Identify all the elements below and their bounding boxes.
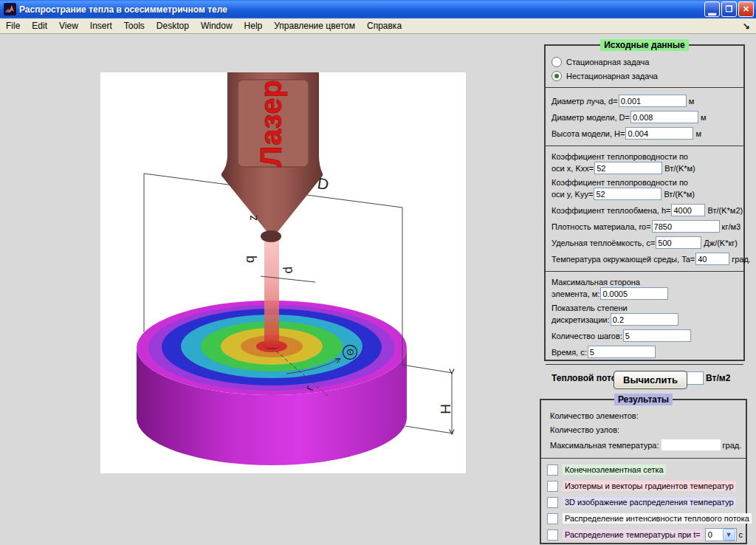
discretization-input[interactable] <box>611 313 678 326</box>
scene-axes: Лазер D z q d r H Θ <box>100 72 466 473</box>
model-diameter-label: Диаметр модели, D= <box>551 113 630 122</box>
beam-diameter-label: Диаметр луча, d= <box>551 97 618 106</box>
temp-at-t-checkbox[interactable] <box>547 529 558 541</box>
max-temp-unit: град. <box>723 441 742 450</box>
time-input[interactable] <box>588 346 656 358</box>
chevron-down-icon[interactable]: ▼ <box>723 529 735 541</box>
flux-intensity-checkbox[interactable] <box>547 513 558 524</box>
mesh-section: Максимальная сторона элемента, м: Показа… <box>546 271 743 364</box>
window-title: Распространие тепла в осесимметричном те… <box>19 4 703 15</box>
time-select-suffix: с <box>739 530 743 539</box>
menu-window[interactable]: Window <box>195 19 238 32</box>
dock-figure-icon[interactable]: ↘ <box>737 21 756 31</box>
time-select-value: 0 <box>706 530 722 539</box>
checkbox-flux-intensity[interactable]: Распределение интенсивности теплового по… <box>544 510 743 527</box>
flux-intensity-label: Распределение интенсивности теплового по… <box>563 513 752 524</box>
checkbox-fem-mesh[interactable]: Конечноэлементная сетка <box>544 462 743 478</box>
checkbox-temp-at-t[interactable]: Распределение температуры при t= 0 ▼ с <box>544 527 743 543</box>
fem-mesh-label: Конечноэлементная сетка <box>563 465 666 475</box>
radio-nonstationary[interactable]: Нестационарная задача <box>551 71 740 81</box>
radio-stationary-label: Стационарная задача <box>566 58 649 66</box>
fem-mesh-checkbox[interactable] <box>547 465 558 476</box>
close-button[interactable]: ✕ <box>738 1 754 17</box>
isotherms-checkbox[interactable] <box>547 481 558 492</box>
model-diameter-input[interactable] <box>630 111 698 123</box>
laser-text: Лазер <box>255 80 287 167</box>
temp-3d-checkbox[interactable] <box>547 497 558 508</box>
label-D: D <box>316 174 330 193</box>
results-panel: Результаты Количество элементов: Количес… <box>540 399 747 544</box>
label-H: H <box>438 404 453 414</box>
radio-nonstationary-label: Нестационарная задача <box>566 72 658 80</box>
max-side-label-line1: Максимальная сторона <box>551 278 740 287</box>
ambient-temp-input[interactable] <box>695 253 729 265</box>
app-window: Распространие тепла в осесимметричном те… <box>0 0 756 545</box>
heat-capacity-label: Удельная теплоёмкость, c= <box>551 239 655 247</box>
restore-button[interactable]: ❐ <box>721 1 737 17</box>
kyy-label-line2: оси y, Kyy= <box>551 190 593 199</box>
laser-device: Лазер <box>221 72 323 242</box>
model-height-input[interactable] <box>625 127 693 140</box>
menu-help[interactable]: Help <box>238 19 269 32</box>
laser-disk-scene: Лазер D z q d r H Θ <box>100 72 466 473</box>
kyy-unit: Вт/(K*м) <box>664 190 695 199</box>
steps-input[interactable] <box>623 329 691 342</box>
menu-view[interactable]: View <box>53 19 84 32</box>
menu-edit[interactable]: Edit <box>26 19 53 32</box>
kxx-input[interactable] <box>594 162 662 174</box>
beam-diameter-input[interactable] <box>619 95 687 107</box>
temp-at-t-label: Распределение температуры при t= <box>563 529 703 540</box>
ambient-temp-unit: град. <box>732 255 751 264</box>
time-label: Время, с: <box>551 348 587 357</box>
menu-color-control[interactable]: Управление цветом <box>268 19 361 32</box>
minimize-button[interactable]: ▬ <box>704 1 720 17</box>
menu-spravka[interactable]: Справка <box>361 19 408 32</box>
density-input[interactable] <box>652 220 720 233</box>
kyy-label-line1: Коэффициент теплопроводности по <box>551 178 740 187</box>
input-panel: Исходные данные Стационарная задача Нест… <box>544 44 745 361</box>
model-height-unit: м <box>695 129 701 138</box>
label-z: z <box>247 215 259 221</box>
time-select[interactable]: 0 ▼ <box>705 528 737 541</box>
heat-capacity-input[interactable] <box>656 236 701 249</box>
title-bar: Распространие тепла в осесимметричном те… <box>0 0 756 18</box>
density-unit: кг/м3 <box>722 222 741 231</box>
heat-transfer-input[interactable] <box>671 204 705 216</box>
radio-nonstationary-circle[interactable] <box>551 71 562 81</box>
label-d: d <box>281 266 295 274</box>
steps-label: Количество шагов: <box>551 332 622 340</box>
results-values-section: Количество элементов: Количество узлов: … <box>541 400 746 458</box>
discretization-label-line2: дискретизации: <box>551 315 610 324</box>
kyy-input[interactable] <box>594 188 662 200</box>
beam-diameter-unit: м <box>689 97 695 106</box>
model-height-label: Высота модели, H= <box>551 129 625 138</box>
max-temp-value <box>662 439 721 450</box>
ambient-temp-label: Температура окружающей среды, Ta= <box>551 255 695 264</box>
menu-insert[interactable]: Insert <box>84 19 118 32</box>
density-label: Плотность материала, ro= <box>551 222 651 231</box>
kxx-unit: Вт/(K*м) <box>664 164 695 173</box>
material-section: Коэффициент теплопроводности по оси x, K… <box>546 145 743 271</box>
radio-stationary-circle[interactable] <box>551 57 562 67</box>
geometry-section: Диаметр луча, d= м Диаметр модели, D= м … <box>546 87 743 145</box>
menu-bar: File Edit View Insert Tools Desktop Wind… <box>0 18 756 34</box>
results-panel-title: Результаты <box>614 394 673 405</box>
elements-count-label: Количество элементов: <box>550 411 639 420</box>
max-side-input[interactable] <box>600 287 668 300</box>
matlab-icon <box>4 3 16 16</box>
checkbox-isotherms[interactable]: Изотермы и векторы градиентов температур <box>544 478 743 494</box>
label-theta: Θ <box>345 349 355 355</box>
task-type-section: Стационарная задача Нестационарная задач… <box>546 46 743 87</box>
compute-button[interactable]: Вычислить <box>614 371 687 389</box>
menu-file[interactable]: File <box>0 19 26 32</box>
max-temp-label: Максимальная температура: <box>550 441 659 450</box>
max-side-label-line2: элемента, м: <box>551 289 599 298</box>
menu-desktop[interactable]: Desktop <box>151 19 195 32</box>
discretization-label-line1: Показатель степени <box>551 304 740 312</box>
checkbox-3d-temp[interactable]: 3D изображение распределения температур <box>544 494 743 510</box>
menu-tools[interactable]: Tools <box>118 19 151 32</box>
kxx-label-line1: Коэффициент теплопроводности по <box>551 152 740 161</box>
radio-stationary[interactable]: Стационарная задача <box>551 57 740 67</box>
heat-transfer-unit: Вт/(K*м2) <box>707 206 743 215</box>
heat-flux-unit: Вт/м2 <box>706 373 730 383</box>
